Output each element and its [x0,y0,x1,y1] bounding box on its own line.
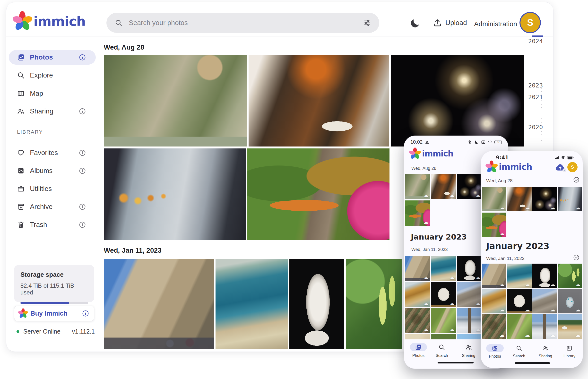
phone1-clock: 10:02 [410,139,423,145]
photo-zoo[interactable] [104,55,247,146]
photo-dinner[interactable] [249,55,389,146]
photo-beach[interactable] [405,282,430,307]
sidebar-item-albums[interactable]: Albums [6,164,104,177]
nav-tab-sharing[interactable]: Sharing [539,345,552,358]
upload-button[interactable]: Upload [433,18,467,28]
info-icon[interactable] [79,203,86,210]
search-bar[interactable] [106,13,379,33]
photo-lizard1[interactable] [482,314,506,339]
photo-lizard1[interactable] [405,308,430,333]
photo-bust[interactable] [289,259,344,349]
photo-fortress[interactable] [482,264,506,288]
photo-sculpt[interactable] [431,282,456,307]
photo-bust[interactable] [457,256,482,281]
cloud-backup-icon [525,205,530,210]
nav-tab-search[interactable]: Search [513,345,525,358]
info-icon[interactable] [79,54,86,61]
upload-icon [433,18,442,28]
cloud-backup-sync-icon[interactable]: ✓ [555,163,566,172]
immich-logo[interactable]: immich [15,13,85,29]
search-filter-icon[interactable] [363,19,371,27]
date-header: Wed, Jan 11, 2023 [486,256,524,261]
info-icon[interactable] [79,167,86,174]
photo-lizard2[interactable] [431,308,456,333]
photo-ruins[interactable] [457,282,482,307]
sidebar-item-map[interactable]: Map [6,87,104,100]
nav-tab-photos[interactable]: Photos [410,343,427,358]
immich-wordmark: immich [499,162,532,172]
user-avatar[interactable]: S [520,12,541,33]
photo-hands[interactable] [104,148,246,240]
cloud-backup-icon [424,193,429,198]
photo-zoo[interactable] [482,187,506,211]
sidebar-item-favorites[interactable]: Favorites [6,146,104,159]
photo-autumn[interactable] [482,213,506,237]
photo-seagrape[interactable] [558,264,582,288]
immich-flower-icon [487,162,496,172]
nav-label: Photos [489,354,501,359]
info-icon[interactable] [79,108,86,115]
photo-fortress[interactable] [405,256,430,281]
timeline-year-2020[interactable]: 2020 [528,124,543,131]
info-icon[interactable] [79,221,86,228]
administration-link[interactable]: Administration [474,20,517,28]
photo-sky[interactable] [457,334,482,340]
timeline-year-2023[interactable]: 2023 [528,82,543,89]
sidebar-item-archive[interactable]: Archive [6,200,104,213]
photo-sand[interactable] [405,334,430,340]
photo-fireworks[interactable] [391,55,524,146]
photo-coast[interactable] [507,264,532,288]
sidebar-item-utilities[interactable]: Utilities [6,182,104,195]
photo-coast[interactable] [431,256,456,281]
photo-fireworks[interactable] [532,187,557,211]
upload-label: Upload [445,19,467,27]
photo-flowers[interactable] [431,334,456,340]
theme-toggle-moon-icon[interactable] [409,18,421,29]
buy-immich-button[interactable]: Buy Immich [14,306,94,321]
photo-hands[interactable] [558,187,582,211]
photo-ornate[interactable] [558,289,582,313]
sidebar-item-trash[interactable]: Trash [6,218,104,231]
timeline-year-2021[interactable]: 2021 [528,94,543,101]
info-icon[interactable] [79,149,86,157]
photo-zoo[interactable] [405,174,430,199]
select-all-check-icon[interactable] [573,177,579,183]
select-all-check-icon[interactable] [573,254,579,261]
timeline-year-2024[interactable]: 2024 [528,38,543,45]
photo-bust[interactable] [532,264,557,288]
sidebar-item-label: Trash [30,221,47,229]
nav-tab-sharing[interactable]: Sharing [462,344,475,358]
photo-dinner[interactable] [431,174,456,199]
photo-seagrape[interactable] [346,259,402,349]
photo-autumn[interactable] [247,148,389,240]
photo-fortress[interactable] [104,259,214,349]
photo-sculpt[interactable] [507,289,532,313]
sidebar-item-explore[interactable]: Explore [6,69,104,82]
photo-ruins[interactable] [532,289,557,313]
nav-tab-library[interactable]: Library [563,345,575,358]
photo-village[interactable] [532,314,557,339]
photo-dinner[interactable] [507,187,532,211]
photo-row [104,55,524,146]
photo-beach[interactable] [482,289,506,313]
photo-autumn[interactable] [405,200,430,226]
sidebar-item-photos[interactable]: Photos [6,51,104,64]
photo-fireworks[interactable] [457,174,482,199]
search-input[interactable] [129,19,357,27]
heart-icon [17,149,25,157]
photo-coast[interactable] [216,259,288,349]
timeline-tick [541,104,542,105]
user-avatar[interactable]: S [567,162,578,172]
photo-village[interactable] [457,308,482,333]
photo-farm[interactable] [558,314,582,339]
cloud-backup-icon [525,282,530,287]
photo-lizard2[interactable] [507,314,532,339]
sidebar-item-sharing[interactable]: Sharing [6,105,104,118]
nav-tab-search[interactable]: Search [436,344,448,358]
timeline-scrubber-indicator[interactable] [532,35,543,37]
photo-row [482,213,582,237]
info-icon[interactable] [82,310,89,317]
storage-title: Storage space [20,271,88,278]
photo-row [104,259,402,349]
nav-tab-photos[interactable]: Photos [486,344,504,359]
